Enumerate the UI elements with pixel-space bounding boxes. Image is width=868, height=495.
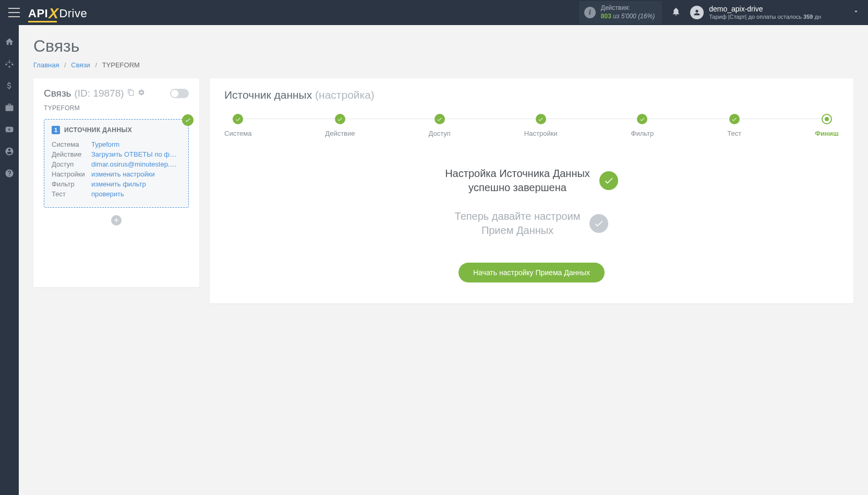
source-row-label: Доступ (52, 160, 91, 168)
chevron-down-icon (852, 8, 860, 17)
check-circle-pending-icon (589, 214, 608, 233)
step[interactable]: Настройки (524, 114, 558, 137)
sidebar-billing-icon[interactable] (4, 80, 15, 91)
sidebar-account-icon[interactable] (4, 146, 15, 157)
step[interactable]: Система (224, 114, 251, 137)
source-row-label: Тест (52, 190, 91, 198)
step[interactable]: Доступ (429, 114, 451, 137)
source-row-value[interactable]: Typeform (91, 140, 119, 148)
step-label: Тест (727, 129, 741, 137)
source-row: Настройкиизменить настройки (52, 170, 181, 178)
info-icon: i (584, 7, 596, 18)
source-row-label: Система (52, 140, 91, 148)
actions-of: из (613, 13, 619, 20)
topbar: APIXDrive i Действия: 803 из 5'000 (16%)… (0, 0, 868, 25)
enable-toggle[interactable] (170, 89, 189, 98)
step-check-icon (536, 114, 546, 124)
sidebar-connections-icon[interactable] (4, 58, 15, 69)
step-check-icon (637, 114, 647, 124)
add-button[interactable]: + (111, 215, 122, 226)
step-label: Фильтр (631, 129, 654, 137)
step[interactable]: Действие (325, 114, 355, 137)
gear-icon[interactable] (138, 89, 145, 98)
start-destination-button[interactable]: Начать настройку Приема Данных (459, 263, 605, 282)
source-row-value[interactable]: Загрузить ОТВЕТЫ по форм (91, 150, 179, 158)
bell-icon[interactable] (671, 7, 681, 18)
step-check-icon (335, 114, 345, 124)
source-row-value[interactable]: dimar.osirus@minutestep.com (91, 160, 179, 168)
avatar-icon (690, 6, 704, 19)
panel-id: (ID: 19878) (75, 88, 124, 99)
step-current-icon (822, 114, 832, 124)
source-row: Фильтризменить фильтр (52, 180, 181, 188)
source-row-label: Действие (52, 150, 91, 158)
source-row: СистемаTypeform (52, 140, 181, 148)
breadcrumb-links[interactable]: Связи (71, 61, 90, 69)
source-box[interactable]: 1 ИСТОЧНИК ДАННЫХ СистемаTypeformДействи… (44, 119, 189, 208)
status-pending: Теперь давайте настроим Прием Данных (455, 209, 609, 238)
hamburger-menu[interactable] (8, 8, 20, 17)
sidebar-help-icon[interactable] (4, 168, 15, 179)
breadcrumb: Главная / Связи / TYPEFORM (33, 61, 853, 69)
breadcrumb-current: TYPEFORM (102, 61, 140, 69)
copy-icon[interactable] (127, 89, 135, 98)
check-icon (182, 114, 194, 126)
actions-count: 803 (601, 13, 611, 20)
step-label: Доступ (429, 129, 451, 137)
sidebar-home-icon[interactable] (4, 37, 15, 47)
progress-steps: СистемаДействиеДоступНастройкиФильтрТест… (224, 114, 839, 137)
sidebar (0, 25, 19, 495)
source-row: Тестпроверить (52, 190, 181, 198)
logo[interactable]: APIXDrive (28, 4, 87, 21)
step[interactable]: Фильтр (631, 114, 654, 137)
step[interactable]: Финиш (815, 114, 839, 137)
user-menu[interactable]: demo_apix-drive Тариф |Старт| до оплаты … (690, 5, 860, 20)
step[interactable]: Тест (727, 114, 741, 137)
user-tariff: Тариф |Старт| до оплаты осталось 359 дн (709, 14, 821, 20)
panel-title: Связь (44, 88, 71, 99)
breadcrumb-home[interactable]: Главная (33, 61, 59, 69)
actions-percent: (16%) (638, 13, 655, 20)
step-check-icon (435, 114, 445, 124)
right-panel-title: Источник данных (настройка) (224, 89, 839, 101)
actions-counter[interactable]: i Действия: 803 из 5'000 (16%) (579, 1, 662, 23)
source-title: ИСТОЧНИК ДАННЫХ (64, 126, 132, 134)
sidebar-video-icon[interactable] (4, 124, 15, 135)
check-circle-icon (599, 171, 618, 190)
user-name: demo_apix-drive (709, 5, 821, 14)
sidebar-briefcase-icon[interactable] (4, 102, 15, 113)
step-check-icon (233, 114, 243, 124)
step-check-icon (729, 114, 740, 124)
left-panel: Связь (ID: 19878) TYPEFORM 1 ИСТОЧНИК ДА… (33, 78, 199, 287)
page-title: Связь (33, 37, 853, 56)
source-row-value[interactable]: изменить фильтр (91, 180, 146, 188)
source-row: ДействиеЗагрузить ОТВЕТЫ по форм (52, 150, 181, 158)
panel-subtitle: TYPEFORM (44, 104, 189, 112)
actions-label: Действия: (601, 4, 655, 13)
source-row: Доступdimar.osirus@minutestep.com (52, 160, 181, 168)
step-label: Финиш (815, 129, 839, 137)
step-label: Настройки (524, 129, 558, 137)
source-row-label: Настройки (52, 170, 91, 178)
actions-total: 5'000 (621, 13, 636, 20)
source-number: 1 (52, 126, 60, 134)
source-row-label: Фильтр (52, 180, 91, 188)
source-row-value[interactable]: проверить (91, 190, 124, 198)
right-panel: Источник данных (настройка) СистемаДейст… (210, 78, 853, 303)
step-label: Действие (325, 129, 355, 137)
step-label: Система (224, 129, 251, 137)
status-done: Настройка Источника Данных успешно завер… (445, 167, 618, 195)
source-row-value[interactable]: изменить настройки (91, 170, 155, 178)
